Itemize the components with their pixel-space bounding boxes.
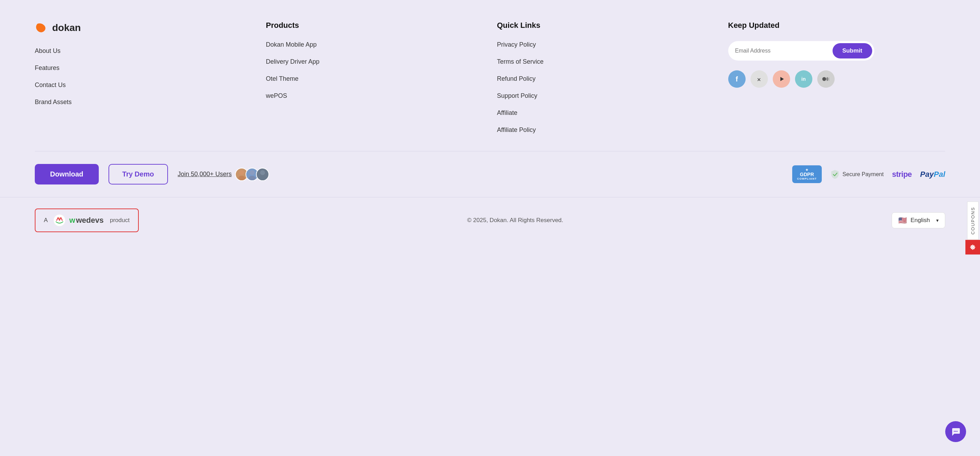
- svg-point-14: [974, 248, 975, 249]
- link-tos[interactable]: Terms of Service: [497, 58, 714, 65]
- product-otel[interactable]: Otel Theme: [266, 75, 484, 83]
- youtube-icon[interactable]: [773, 70, 790, 88]
- language-label: English: [910, 217, 930, 224]
- svg-point-12: [59, 218, 60, 219]
- gdpr-badge: ★ GDPR COMPLIANT: [792, 165, 822, 183]
- coupons-label[interactable]: COUPONS: [967, 201, 978, 240]
- facebook-icon[interactable]: f: [728, 70, 746, 88]
- svg-point-9: [260, 170, 265, 175]
- svg-point-6: [238, 176, 245, 180]
- secure-payment-text: Secure Payment: [843, 171, 884, 177]
- products-heading: Products: [266, 21, 484, 30]
- svg-point-3: [826, 77, 828, 81]
- link-privacy[interactable]: Privacy Policy: [497, 41, 714, 48]
- privacy-policy-link[interactable]: Privacy Policy: [497, 41, 536, 48]
- products-links: Dokan Mobile App Delivery Driver App Ote…: [266, 41, 484, 100]
- products-column: Products Dokan Mobile App Delivery Drive…: [266, 21, 484, 134]
- dokan-mobile-link[interactable]: Dokan Mobile App: [266, 41, 317, 48]
- x-twitter-icon[interactable]: ✕: [751, 70, 768, 88]
- flag-icon: 🇺🇸: [898, 216, 907, 225]
- features-link[interactable]: Features: [35, 64, 59, 71]
- shield-checkmark-icon: [830, 169, 840, 179]
- try-demo-button[interactable]: Try Demo: [108, 164, 168, 185]
- refund-link[interactable]: Refund Policy: [497, 75, 536, 82]
- affiliate-link[interactable]: Affiliate: [497, 109, 517, 116]
- user-avatars: [235, 168, 269, 181]
- product-mobile-app[interactable]: Dokan Mobile App: [266, 41, 484, 48]
- footer-actions-bar: Download Try Demo Join 50,000+ Users ★ G…: [35, 151, 945, 197]
- link-affiliate[interactable]: Affiliate: [497, 109, 714, 116]
- product-label: product: [110, 217, 130, 224]
- svg-marker-1: [780, 77, 784, 81]
- svg-point-7: [250, 170, 255, 175]
- quicklinks-column: Quick Links Privacy Policy Terms of Serv…: [497, 21, 714, 134]
- keep-updated-column: Keep Updated Submit f ✕ in: [728, 21, 946, 134]
- wedevs-product-box: A wwedevs product: [35, 209, 139, 232]
- avatar-3: [256, 168, 269, 181]
- contact-link[interactable]: Contact Us: [35, 81, 66, 88]
- wedevs-brand-text: wwedevs: [69, 216, 103, 225]
- payment-badges: ★ GDPR COMPLIANT Secure Payment stripe P…: [792, 165, 945, 183]
- link-support[interactable]: Support Policy: [497, 92, 714, 100]
- medium-icon[interactable]: [817, 70, 835, 88]
- secure-payment-badge: Secure Payment: [830, 169, 884, 179]
- coupons-tab[interactable]: COUPONS: [966, 201, 980, 255]
- email-form: Submit: [728, 41, 874, 61]
- submit-button[interactable]: Submit: [832, 43, 872, 59]
- brand-column: dokan About Us Features Contact Us Brand…: [35, 21, 252, 134]
- keepupdated-heading: Keep Updated: [728, 21, 946, 30]
- nav-features[interactable]: Features: [35, 64, 252, 72]
- product-wepos[interactable]: wePOS: [266, 92, 484, 100]
- wedevs-logo-icon: [53, 214, 66, 226]
- copyright-text: © 2025, Dokan. All Rights Reserved.: [467, 217, 563, 224]
- svg-point-16: [954, 431, 955, 432]
- svg-point-17: [955, 431, 956, 432]
- svg-point-5: [239, 170, 244, 175]
- svg-point-18: [957, 431, 958, 432]
- linkedin-icon[interactable]: in: [795, 70, 812, 88]
- chevron-down-icon: ▾: [936, 218, 939, 223]
- dokan-logo-icon: [35, 21, 49, 35]
- join-users-link[interactable]: Join 50,000+ Users: [178, 168, 269, 181]
- wepos-link[interactable]: wePOS: [266, 92, 287, 99]
- svg-point-10: [259, 176, 266, 180]
- coupons-icon[interactable]: [966, 240, 980, 255]
- svg-point-4: [828, 77, 829, 81]
- svg-point-8: [249, 176, 256, 180]
- nav-links: About Us Features Contact Us Brand Asset…: [35, 47, 252, 106]
- language-selector[interactable]: 🇺🇸 English ▾: [892, 212, 945, 228]
- link-refund[interactable]: Refund Policy: [497, 75, 714, 83]
- svg-point-2: [822, 77, 826, 81]
- nav-about[interactable]: About Us: [35, 47, 252, 55]
- affiliate-policy-link[interactable]: Affiliate Policy: [497, 126, 536, 133]
- chat-bubble-button[interactable]: [945, 421, 966, 442]
- support-link[interactable]: Support Policy: [497, 92, 537, 99]
- svg-point-13: [971, 245, 972, 246]
- email-input[interactable]: [735, 48, 832, 54]
- tos-link[interactable]: Terms of Service: [497, 58, 544, 65]
- brand-assets-link[interactable]: Brand Assets: [35, 99, 72, 105]
- about-link[interactable]: About Us: [35, 47, 60, 54]
- nav-brand[interactable]: Brand Assets: [35, 99, 252, 106]
- a-label: A: [44, 217, 48, 224]
- paypal-logo: PayPal: [920, 170, 945, 179]
- stripe-logo: stripe: [892, 170, 912, 179]
- nav-contact[interactable]: Contact Us: [35, 81, 252, 89]
- link-affiliate-policy[interactable]: Affiliate Policy: [497, 126, 714, 134]
- quicklinks-links: Privacy Policy Terms of Service Refund P…: [497, 41, 714, 134]
- social-icons-row: f ✕ in: [728, 70, 946, 88]
- join-users-text: Join 50,000+ Users: [178, 171, 232, 178]
- logo-area[interactable]: dokan: [35, 21, 252, 35]
- footer-bottom: A wwedevs product © 2025, Dokan. All Rig…: [0, 197, 980, 243]
- download-button[interactable]: Download: [35, 164, 99, 185]
- logo-text: dokan: [52, 22, 81, 33]
- product-delivery-app[interactable]: Delivery Driver App: [266, 58, 484, 65]
- delivery-driver-link[interactable]: Delivery Driver App: [266, 58, 320, 65]
- otel-theme-link[interactable]: Otel Theme: [266, 75, 299, 82]
- quicklinks-heading: Quick Links: [497, 21, 714, 30]
